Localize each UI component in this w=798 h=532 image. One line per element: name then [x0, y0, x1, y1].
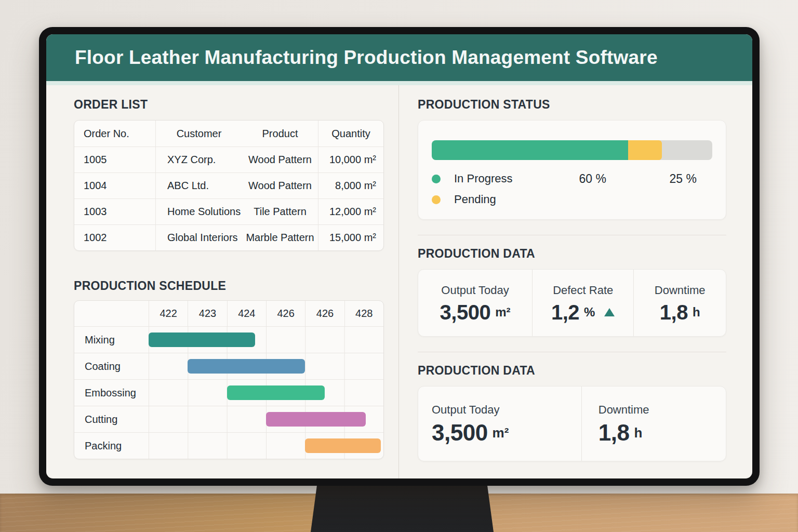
progress-segment-2 [628, 140, 662, 160]
production-status-heading: PRODUCTION STATUS [418, 98, 726, 112]
stat-label: Defect Rate [553, 284, 613, 297]
legend-label: Pending [454, 193, 496, 206]
stat-cell: Downtime1,8h [581, 387, 726, 461]
gantt-date-label: 428 [344, 301, 383, 326]
stat-label: Downtime [598, 403, 649, 417]
table-row[interactable]: 1004ABC Ltd.Wood Pattern8,000 m² [74, 172, 383, 198]
gantt-track [149, 380, 383, 406]
gantt-date-label: 424 [227, 301, 266, 326]
stat-cell: Defect Rate1,2% [532, 270, 633, 336]
cell-quantity: 8,000 m² [318, 173, 383, 198]
header-accent-strip [46, 81, 752, 85]
gantt-task-label: Packing [74, 433, 149, 459]
order-list-heading: ORDER LIST [74, 98, 384, 112]
app-title: Floor Leather Manufacturing Production M… [75, 47, 658, 69]
stat-unit: m² [495, 305, 510, 320]
section-divider [418, 235, 726, 235]
stat-cell: Output Today3,500m² [418, 387, 581, 461]
column-header: Customer [156, 121, 242, 147]
monitor-stand [311, 484, 494, 532]
gantt-track [149, 433, 383, 459]
gantt-row: Cutting [74, 406, 383, 432]
production-data-card-2: Output Today3,500m²Downtime1,8h [418, 386, 726, 461]
production-data-heading-2: PRODUCTION DATA [418, 364, 726, 378]
stat-label: Downtime [655, 284, 706, 297]
stat-label: Output Today [441, 284, 509, 297]
legend-dot-icon [432, 195, 441, 204]
cell-customer: XYZ Corp. [156, 147, 242, 172]
stat-value-row: 3,500m² [432, 421, 509, 444]
cell-product: Wood Pattern [242, 147, 318, 172]
gantt-bar-coating[interactable] [188, 359, 305, 374]
cell-customer: Home Solutions [156, 199, 242, 224]
gantt-bar-packing[interactable] [305, 438, 380, 453]
gantt-date-label: 426 [266, 301, 305, 326]
stat-value: 1,8 [598, 421, 630, 444]
stat-value: 1,2 [551, 302, 579, 323]
order-table-body: 1005XYZ Corp.Wood Pattern10,000 m²1004AB… [74, 147, 383, 250]
cell-order_no: 1005 [74, 147, 156, 172]
progress-value-label: 60 % [579, 172, 606, 186]
monitor-bezel: Floor Leather Manufacturing Production M… [39, 27, 760, 486]
gantt-task-label: Mixing [74, 327, 149, 353]
gantt-header-row: 422423424426426428 [74, 301, 383, 326]
stat-unit: m² [493, 425, 509, 441]
production-status-card: In Progress60 %25 %Pending [418, 120, 726, 220]
gantt-task-label: Coating [74, 353, 149, 379]
gantt-row: Embossing [74, 379, 383, 406]
production-progress-bar [432, 140, 712, 160]
stat-value-row: 1,8h [660, 302, 700, 323]
production-schedule-gantt: 422423424426426428MixingCoatingEmbossing… [74, 300, 384, 459]
stat-cell: Downtime1,8h [633, 270, 726, 336]
gantt-track [149, 353, 383, 379]
table-row[interactable]: 1003Home SolutionsTile Pattern12,000 m² [74, 198, 383, 224]
stat-unit: % [584, 305, 595, 320]
stat-unit: h [693, 305, 700, 320]
cell-quantity: 12,000 m² [318, 199, 383, 224]
cell-order_no: 1003 [74, 199, 156, 224]
gantt-header-spacer [74, 301, 149, 326]
stat-value: 1,8 [660, 302, 688, 323]
gantt-task-label: Embossing [74, 380, 149, 406]
production-schedule-heading: PRODUCTION SCHEDULE [74, 279, 384, 293]
gantt-bar-cutting[interactable] [266, 412, 366, 427]
gantt-bar-embossing[interactable] [227, 385, 325, 400]
production-status-legend: In Progress60 %25 %Pending [432, 168, 712, 210]
production-data-card-1: Output Today3,500m²Defect Rate1,2%Downti… [418, 269, 726, 337]
table-row[interactable]: 1002Global InteriorsMarble Pattern15,000… [74, 224, 383, 250]
stat-value-row: 3,500m² [440, 302, 511, 323]
stat-label: Output Today [432, 403, 499, 417]
left-column: ORDER LIST Order No.CustomerProductQuant… [74, 85, 384, 478]
column-header: Product [242, 121, 318, 147]
legend-row: In Progress60 %25 % [432, 168, 712, 189]
legend-dot-icon [432, 175, 441, 183]
gantt-track [149, 327, 383, 353]
cell-customer: ABC Ltd. [156, 173, 242, 198]
cell-product: Wood Pattern [242, 173, 318, 198]
gantt-track [149, 406, 383, 432]
gantt-row: Mixing [74, 326, 383, 353]
progress-value-label: 25 % [670, 172, 697, 186]
gantt-row: Coating [74, 353, 383, 379]
cell-quantity: 15,000 m² [318, 225, 383, 250]
gantt-row: Packing [74, 432, 383, 459]
dashboard-content: ORDER LIST Order No.CustomerProductQuant… [46, 85, 752, 478]
cell-order_no: 1002 [74, 225, 156, 250]
order-table: Order No.CustomerProductQuantity 1005XYZ… [74, 120, 384, 251]
cell-product: Marble Pattern [242, 225, 318, 250]
table-row[interactable]: 1005XYZ Corp.Wood Pattern10,000 m² [74, 147, 383, 172]
stat-unit: h [634, 425, 642, 441]
gantt-task-label: Cutting [74, 406, 149, 432]
cell-quantity: 10,000 m² [318, 147, 383, 172]
section-divider-2 [418, 352, 726, 352]
stat-cell: Output Today3,500m² [418, 270, 532, 336]
gantt-date-label: 426 [305, 301, 344, 326]
stat-value: 3,500 [432, 421, 488, 444]
production-data-heading-1: PRODUCTION DATA [418, 247, 726, 261]
order-table-header-row: Order No.CustomerProductQuantity [74, 121, 383, 147]
legend-row: Pending [432, 189, 712, 210]
gantt-bar-mixing[interactable] [149, 332, 255, 347]
stat-value: 3,500 [440, 302, 491, 323]
screen: Floor Leather Manufacturing Production M… [46, 34, 752, 478]
column-header: Quantity [318, 121, 383, 147]
